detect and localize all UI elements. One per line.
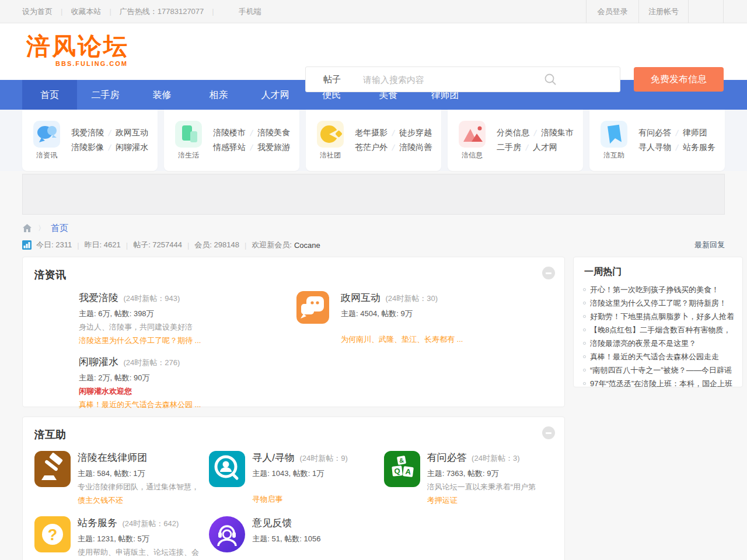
- search-category-select[interactable]: 帖子: [306, 74, 363, 85]
- card-link[interactable]: 苍茫户外: [355, 142, 388, 153]
- card-link[interactable]: 我爱涪陵: [71, 128, 104, 138]
- card-label[interactable]: 涪信息: [457, 150, 487, 160]
- stat-posts: 帖子: 7257444: [133, 240, 182, 250]
- pacman-icon: [317, 121, 344, 148]
- section-title: 涪互助: [34, 429, 66, 440]
- forum-hot-thread-link[interactable]: 债主欠钱不还: [78, 495, 199, 506]
- card-link[interactable]: 有问必答: [638, 128, 671, 138]
- home-icon[interactable]: [22, 223, 32, 233]
- breadcrumb: 〉 首页: [22, 222, 725, 234]
- hot-thread-link[interactable]: 涪陵这里为什么又停工了呢？期待新房！: [590, 296, 727, 310]
- hot-list-item: 开心！第一次吃到孩子挣钱买的美食！: [582, 283, 734, 296]
- divider: |: [109, 7, 111, 16]
- weekly-hot-panel: 一周热门 开心！第一次吃到孩子挣钱买的美食！ 涪陵这里为什么又停工了呢？期待新房…: [573, 257, 743, 387]
- hot-thread-link[interactable]: 真棒！最近的天气适合去森林公园走走: [590, 350, 719, 363]
- hot-thread-link[interactable]: 【晚8点红包】二手烟含数百种有害物质，: [590, 323, 731, 337]
- nav-item-jobs[interactable]: 人才网: [247, 80, 303, 110]
- headset-icon: [209, 516, 245, 552]
- hot-list-item: 涪陵最漂亮的夜景是不是这里？: [582, 337, 734, 350]
- forum-title[interactable]: 有问必答: [427, 452, 467, 463]
- card-link[interactable]: 我爱旅游: [257, 142, 290, 153]
- forum-stats-row: 今日: 2311| 昨日: 4621| 帖子: 7257444| 会员: 298…: [22, 239, 725, 251]
- category-card-huzhu: 涪互助 有问必答/律师团 寻人寻物/站务服务: [589, 110, 725, 171]
- nav-item-home[interactable]: 首页: [22, 80, 77, 110]
- hot-list-item: “南朝四百八十寺之一”被烧？——今日辟谣: [582, 363, 734, 377]
- card-link[interactable]: 闲聊灌水: [116, 142, 148, 153]
- card-link[interactable]: 站务服务: [683, 142, 715, 153]
- card-link[interactable]: 徒步穿越: [399, 128, 432, 138]
- forum-hot-thread-link[interactable]: 为何南川、武隆、垫江、长寿都有 ...: [341, 334, 463, 345]
- card-link[interactable]: 老年摄影: [355, 128, 388, 138]
- hot-list-item: 【晚8点红包】二手烟含数百种有害物质，: [582, 323, 734, 337]
- person-search-icon: [209, 451, 245, 487]
- forum-hot-thread-link[interactable]: 真棒！最近的天气适合去森林公园 ...: [79, 400, 201, 410]
- card-label[interactable]: 涪资讯: [32, 150, 62, 160]
- card-label[interactable]: 涪社团: [315, 150, 345, 160]
- forum-stats: 主题: 2万, 帖数: 90万: [79, 373, 201, 383]
- register-link[interactable]: 注册帐号: [638, 0, 688, 23]
- card-link[interactable]: 涪陵美食: [257, 128, 290, 138]
- svg-text:?: ?: [48, 526, 58, 544]
- breadcrumb-home-link[interactable]: 首页: [51, 223, 68, 234]
- forum-new-posts: (24时新帖：9): [300, 454, 348, 463]
- question-mark-icon: ?: [34, 516, 71, 552]
- card-link[interactable]: 人才网: [533, 142, 557, 153]
- forum-title[interactable]: 我爱涪陵: [79, 292, 118, 303]
- forum-block-woaifuling: 我爱涪陵 (24时新帖：943) 主题: 6万, 帖数: 398万 身边人、涪陵…: [34, 291, 291, 346]
- topbar-divider: [723, 0, 724, 23]
- forum-title[interactable]: 意见反馈: [252, 517, 292, 528]
- card-link[interactable]: 涪陵尚善: [399, 142, 432, 153]
- forum-desc: [341, 322, 463, 331]
- card-link[interactable]: 分类信息: [497, 128, 529, 138]
- card-link[interactable]: 寻人寻物: [638, 142, 671, 153]
- hot-thread-link[interactable]: “南朝四百八十寺之一”被烧？——今日辟谣: [590, 363, 732, 377]
- collapse-button[interactable]: [542, 426, 555, 439]
- forum-hot-thread-link[interactable]: 涪陵这里为什么又停工了呢？期待 ...: [79, 335, 201, 346]
- search-input[interactable]: [363, 75, 544, 85]
- hot-thread-link[interactable]: 开心！第一次吃到孩子挣钱买的美食！: [590, 283, 719, 296]
- forum-title[interactable]: 政网互动: [341, 292, 381, 303]
- search-icon[interactable]: [544, 73, 557, 86]
- set-home-link[interactable]: 设为首页: [22, 6, 53, 17]
- forum-title[interactable]: 寻人/寻物: [252, 452, 295, 463]
- card-link[interactable]: 政网互动: [116, 128, 148, 138]
- forum-hot-thread-link[interactable]: 寻物启事: [252, 494, 348, 505]
- hot-list-item: 好勤劳！下地里搞点胭脂萝卜，好多人抢着: [582, 310, 734, 323]
- card-link[interactable]: 涪陵楼市: [213, 128, 246, 138]
- forum-block-lvshituan: 涪陵在线律师团 主题: 584, 帖数: 1万 专业涪陵律师团队，通过集体智慧，…: [34, 451, 203, 506]
- qa-blocks-icon: & Q A: [384, 451, 420, 487]
- card-link[interactable]: 律师团: [683, 128, 707, 138]
- card-link[interactable]: 二手房: [497, 142, 521, 153]
- nav-item-decoration[interactable]: 装修: [134, 80, 190, 110]
- section-title: 涪资讯: [34, 269, 66, 281]
- hot-thread-link[interactable]: 97年“范丞丞”在涪陵上班：本科，国企上班: [590, 377, 732, 390]
- login-link[interactable]: 会员登录: [586, 0, 638, 23]
- new-member-link[interactable]: Cocane: [294, 241, 320, 250]
- card-link[interactable]: 涪陵影像: [71, 142, 104, 153]
- weekly-hot-list: 开心！第一次吃到孩子挣钱买的美食！ 涪陵这里为什么又停工了呢？期待新房！ 好勤劳…: [582, 283, 734, 390]
- forum-title[interactable]: 涪陵在线律师团: [78, 452, 147, 463]
- site-logo[interactable]: 涪风论坛 BBS.FULING.COM: [26, 33, 129, 67]
- forum-desc: [252, 482, 348, 491]
- bookmark-site-link[interactable]: 收藏本站: [71, 6, 101, 17]
- forum-new-posts: (24时新帖：943): [123, 294, 180, 303]
- nav-item-secondhand-house[interactable]: 二手房: [77, 80, 134, 110]
- forum-title[interactable]: 站务服务: [78, 517, 117, 528]
- latest-reply-link[interactable]: 最新回复: [694, 240, 725, 250]
- card-label[interactable]: 涪互助: [599, 150, 629, 160]
- publish-info-button[interactable]: 免费发布信息: [634, 67, 724, 92]
- category-card-xinxi: 涪信息 分类信息/涪陵集市 二手房/人才网: [448, 110, 583, 171]
- nav-item-dating[interactable]: 相亲: [190, 80, 247, 110]
- mobile-version-link[interactable]: 手机端: [239, 6, 261, 17]
- forum-title[interactable]: 闲聊灌水: [79, 356, 118, 368]
- category-card-zixun: 涪资讯 我爱涪陵/政网互动 涪陵影像/闲聊灌水: [22, 110, 158, 171]
- collapse-button[interactable]: [542, 267, 555, 279]
- hot-thread-link[interactable]: 好勤劳！下地里搞点胭脂萝卜，好多人抢着: [590, 310, 734, 323]
- card-link[interactable]: 情感驿站: [213, 142, 246, 153]
- card-label[interactable]: 涪生活: [173, 150, 204, 160]
- forum-desc: 使用帮助、申请版主、论坛连接、会: [78, 547, 199, 558]
- forum-hot-thread-link[interactable]: 考押运证: [427, 495, 536, 506]
- hot-thread-link[interactable]: 涪陵最漂亮的夜景是不是这里？: [590, 337, 696, 350]
- logo-title: 涪风论坛: [26, 33, 129, 60]
- card-link[interactable]: 涪陵集市: [541, 128, 574, 138]
